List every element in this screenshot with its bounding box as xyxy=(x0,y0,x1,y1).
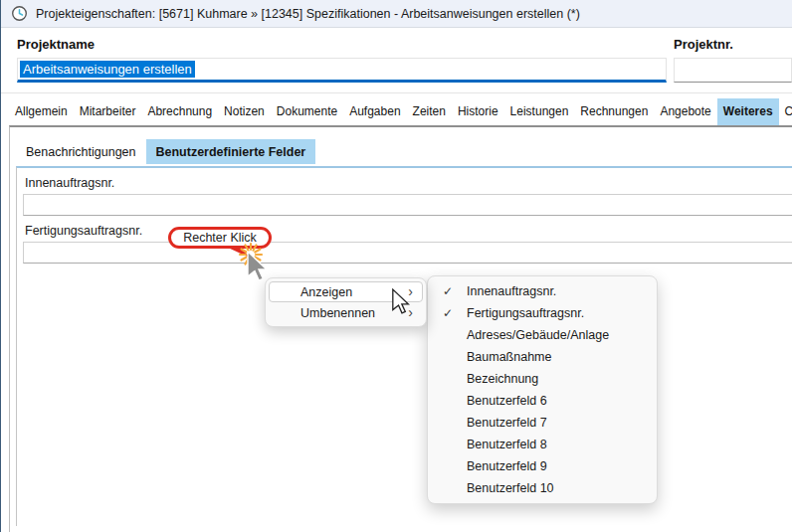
submenu-item-label: Bezeichnung xyxy=(455,372,538,386)
submenu-item[interactable]: ✓ Benutzerfeld 8 xyxy=(431,434,654,455)
submenu-item-label: Benutzerfeld 8 xyxy=(455,438,547,451)
custom-field-label: Fertigungsauftragsnr. xyxy=(25,224,792,238)
project-name-input[interactable]: Arbeitsanweisungen erstellen xyxy=(17,58,667,83)
custom-field-input[interactable] xyxy=(23,194,792,216)
main-tab[interactable]: Allgemein xyxy=(9,98,74,125)
submenu-item[interactable]: ✓ Adreses/Gebäude/Anlage xyxy=(431,324,654,346)
custom-fields-page: Innenauftragsnr. Fertigungsauftragsnr. xyxy=(16,166,792,526)
submenu-item-label: Benutzerfeld 7 xyxy=(455,416,547,430)
submenu-item-label: Benutzerfeld 10 xyxy=(455,481,554,495)
window-title: Projekteigenschaften: [5671] Kuhmare » [… xyxy=(36,7,580,21)
custom-field-input[interactable] xyxy=(23,242,792,264)
project-number-label: Projektnr. xyxy=(674,37,733,52)
main-tab[interactable]: Zeiten xyxy=(407,98,452,125)
main-tab[interactable]: Historie xyxy=(452,98,504,125)
sub-tab-bar: Benachrichtigungen Benutzerdefinierte Fe… xyxy=(16,139,315,164)
submenu-item[interactable]: ✓ Benutzerfeld 10 xyxy=(431,477,654,499)
selected-text: Arbeitsanweisungen erstellen xyxy=(20,61,195,78)
sub-tab[interactable]: Benutzerdefinierte Felder xyxy=(146,139,316,164)
main-tab[interactable]: Weiteres xyxy=(717,98,779,125)
mouse-cursor-white-icon xyxy=(392,288,410,314)
submenu-item-label: Baumaßnahme xyxy=(455,350,551,364)
custom-field: Fertigungsauftragsnr. xyxy=(17,224,792,264)
main-tab[interactable]: Notizen xyxy=(218,98,271,125)
context-menu-item-label: Anzeigen xyxy=(300,285,352,299)
submenu-item[interactable]: ✓ Fertigungsauftragsnr. xyxy=(431,302,654,324)
main-tab[interactable]: Rechnungen xyxy=(574,98,654,125)
sub-tab[interactable]: Benachrichtigungen xyxy=(16,139,146,164)
submenu-item[interactable]: ✓ Benutzerfeld 9 xyxy=(431,455,654,477)
main-tab[interactable]: Aufgaben xyxy=(343,98,406,125)
submenu-item[interactable]: ✓ Baumaßnahme xyxy=(431,346,654,368)
anzeigen-submenu: ✓ Innenauftragsnr. ✓ Fertigungsauftragsn… xyxy=(427,275,658,504)
checkmark-icon: ✓ xyxy=(431,306,455,320)
submenu-item[interactable]: ✓ Benutzerfeld 7 xyxy=(431,412,654,434)
context-menu-item-label: Umbenennen xyxy=(300,306,375,320)
weiteres-tab-page: Benachrichtigungen Benutzerdefinierte Fe… xyxy=(9,125,792,532)
mouse-cursor-gray-icon xyxy=(247,251,269,281)
submenu-item-label: Benutzerfeld 6 xyxy=(455,394,547,408)
submenu-item[interactable]: ✓ Innenauftragsnr. xyxy=(431,280,654,302)
checkmark-icon: ✓ xyxy=(431,284,455,298)
submenu-item[interactable]: ✓ Bezeichnung xyxy=(431,368,654,390)
main-tab[interactable]: Ch xyxy=(779,98,792,125)
submenu-item-label: Adreses/Gebäude/Anlage xyxy=(455,328,609,342)
header-form: Projektname Arbeitsanweisungen erstellen… xyxy=(1,29,792,93)
main-tab[interactable]: Angebote xyxy=(654,98,716,125)
clock-icon xyxy=(11,5,28,22)
title-bar: Projekteigenschaften: [5671] Kuhmare » [… xyxy=(1,0,792,28)
submenu-item[interactable]: ✓ Benutzerfeld 6 xyxy=(431,390,654,412)
main-tab-bar: Allgemein Mitarbeiter Abrechnung Notizen… xyxy=(9,98,792,125)
project-name-label: Projektname xyxy=(17,37,95,52)
custom-field: Innenauftragsnr. xyxy=(17,176,792,216)
main-tab[interactable]: Mitarbeiter xyxy=(74,98,142,125)
main-tab[interactable]: Abrechnung xyxy=(141,98,218,125)
submenu-item-label: Benutzerfeld 9 xyxy=(455,459,547,473)
project-number-input[interactable] xyxy=(674,58,792,83)
project-properties-window: Projekteigenschaften: [5671] Kuhmare » [… xyxy=(0,0,792,532)
custom-field-label: Innenauftragsnr. xyxy=(25,176,792,190)
submenu-item-label: Fertigungsauftragsnr. xyxy=(455,306,584,320)
main-tab[interactable]: Dokumente xyxy=(271,98,343,125)
submenu-item-label: Innenauftragsnr. xyxy=(455,284,556,298)
main-tab[interactable]: Leistungen xyxy=(504,98,575,125)
